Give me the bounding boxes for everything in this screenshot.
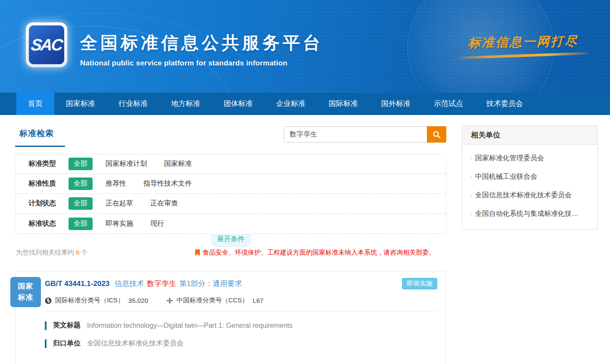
field-value: 全国信息技术标准化技术委员会 <box>87 339 184 348</box>
nav-item-technical-committee[interactable]: 技术委员会 <box>475 93 535 115</box>
bookmark-icon <box>195 249 200 256</box>
expand-conditions-button[interactable]: 展开条件 <box>211 233 251 247</box>
related-unit-label: 国家标准化管理委员会 <box>475 154 544 162</box>
related-unit-label: 全国自动化系统与集成标准化技… <box>475 210 579 217</box>
nav-item-industry-standards[interactable]: 行业标准 <box>107 93 159 115</box>
nav-item-enterprise-standards[interactable]: 企业标准 <box>265 93 317 115</box>
ccs-value: L67 <box>253 297 264 304</box>
search-input[interactable] <box>284 126 427 143</box>
result-count: 为您找到相关结果约6个 <box>16 249 87 257</box>
filter-row-standard-nature: 标准性质 全部 推荐性 指导性技术文件 <box>16 174 446 194</box>
field-bar <box>45 321 47 330</box>
related-units-title: 相关单位 <box>462 126 598 145</box>
slogan-block: 标准信息一网打尽 <box>458 34 588 57</box>
english-title-row: 英文标题 Information technology—Digital twin… <box>45 321 437 330</box>
notice-text: 食品安全、环境保护、工程建设方面的国家标准未纳入本系统，请咨询相关部委。 <box>202 249 435 257</box>
sac-logo-text: SAC <box>30 36 63 54</box>
result-summary-row: 为您找到相关结果约6个 食品安全、环境保护、工程建设方面的国家标准未纳入本系统，… <box>16 249 445 257</box>
filter-option[interactable]: 推荐性 <box>106 179 126 188</box>
search-button[interactable] <box>427 126 446 143</box>
badge-line2: 标准 <box>18 292 34 303</box>
ccs-label: 中国标准分类号（CCS） <box>177 296 249 305</box>
filter-row-standard-type: 标准类型 全部 国家标准计划 国家标准 <box>16 154 446 174</box>
site-subtitle: National public service platform for sta… <box>80 59 323 68</box>
filter-option[interactable]: 现行 <box>150 219 164 228</box>
field-label: 归口单位 <box>53 339 81 348</box>
nav-item-group-standards[interactable]: 团体标准 <box>212 93 265 115</box>
related-units-panel: 相关单位 ·国家标准化管理委员会 ·中国机械工业联合会 ·全国信息技术标准化技术… <box>462 125 598 230</box>
status-badge: 即将实施 <box>402 278 437 289</box>
content-area: 标准检索 标准类型 全部 国家标准计划 国家标准 标准性质 全部 推荐性 <box>0 115 610 364</box>
main-column: 标准检索 标准类型 全部 国家标准计划 国家标准 标准性质 全部 推荐性 <box>15 125 446 364</box>
field-value: Information technology—Digital twin—Part… <box>87 322 293 330</box>
sac-logo[interactable]: SAC <box>26 22 67 67</box>
system-notice: 食品安全、环境保护、工程建设方面的国家标准未纳入本系统，请咨询相关部委。 <box>195 249 435 257</box>
bullet-dot: · <box>470 155 472 162</box>
nav-item-foreign-standards[interactable]: 国外标准 <box>370 93 422 115</box>
related-units-list: ·国家标准化管理委员会 ·中国机械工业联合会 ·全国信息技术标准化技术委员会 ·… <box>462 145 598 229</box>
filter-option[interactable]: 正在审查 <box>150 199 178 208</box>
site-title: 全国标准信息公共服务平台 <box>80 31 323 55</box>
filter-box: 标准类型 全部 国家标准计划 国家标准 标准性质 全部 推荐性 指导性技术文件 … <box>15 154 446 234</box>
filter-label: 标准状态 <box>28 219 68 228</box>
main-nav: 首页 国家标准 行业标准 地方标准 团体标准 企业标准 国际标准 国外标准 示范… <box>0 93 610 115</box>
header-banner: SAC 全国标准信息公共服务平台 National public service… <box>0 0 610 93</box>
card-title-row: GB/T 43441.1-2023 信息技术 数字孪生 第1部分：通用要求 即将… <box>45 278 437 289</box>
bullet-dot: · <box>470 173 472 180</box>
nav-item-national-standards[interactable]: 国家标准 <box>54 93 107 115</box>
related-unit-label: 全国信息技术标准化技术委员会 <box>475 191 572 199</box>
slogan-text: 标准信息一网打尽 <box>458 32 588 52</box>
magnifier-icon <box>433 131 441 139</box>
sidebar: 相关单位 ·国家标准化管理委员会 ·中国机械工业联合会 ·全国信息技术标准化技术… <box>462 125 598 364</box>
field-label: 英文标题 <box>53 321 81 330</box>
filter-all-button[interactable]: 全部 <box>68 218 93 230</box>
standard-result-card: 国家 标准 GB/T 43441.1-2023 信息技术 数字孪生 第1部分：通… <box>15 271 446 364</box>
compass-icon <box>166 297 173 304</box>
bullet-dot: · <box>470 192 472 199</box>
result-count-suffix: 个 <box>81 249 87 256</box>
badge-line1: 国家 <box>18 281 34 292</box>
filter-label: 标准性质 <box>28 179 68 188</box>
filter-label: 计划状态 <box>28 199 68 208</box>
filter-option[interactable]: 国家标准计划 <box>106 159 147 168</box>
search-box <box>284 126 446 143</box>
related-unit-link[interactable]: ·国家标准化管理委员会 <box>462 149 598 168</box>
related-unit-link[interactable]: ·全国自动化系统与集成标准化技… <box>462 205 598 223</box>
filter-label: 标准类型 <box>28 159 68 168</box>
related-unit-link[interactable]: ·全国信息技术标准化技术委员会 <box>462 186 598 205</box>
globe-icon <box>45 297 52 304</box>
standard-title-part[interactable]: 第1部分：通用要求 <box>179 279 242 289</box>
filter-all-button[interactable]: 全部 <box>68 177 93 190</box>
ics-value: 35.020 <box>128 297 148 304</box>
nav-item-home[interactable]: 首页 <box>16 93 54 115</box>
ics-label: 国际标准分类号（ICS） <box>55 296 124 305</box>
standard-code-link[interactable]: GB/T 43441.1-2023 <box>45 280 109 288</box>
sac-logo-inner: SAC <box>29 25 64 64</box>
committee-row: 归口单位 全国信息技术标准化技术委员会 <box>45 339 437 348</box>
card-meta-row: 国际标准分类号（ICS） 35.020 中国标准分类号（CCS） L67 <box>45 296 437 305</box>
filter-option[interactable]: 即将实施 <box>106 219 133 228</box>
filter-row-standard-status: 标准状态 全部 即将实施 现行 <box>16 214 446 233</box>
search-row: 标准检索 <box>15 125 446 147</box>
nav-item-local-standards[interactable]: 地方标准 <box>159 93 212 115</box>
filter-option[interactable]: 正在起草 <box>106 199 133 208</box>
card-body: GB/T 43441.1-2023 信息技术 数字孪生 第1部分：通用要求 即将… <box>16 271 446 357</box>
page-title: 标准检索 <box>15 125 65 147</box>
filter-all-button[interactable]: 全部 <box>68 197 93 210</box>
bullet-dot: · <box>470 210 472 217</box>
related-unit-link[interactable]: ·中国机械工业联合会 <box>462 168 598 186</box>
field-bar <box>45 339 47 348</box>
standard-title-part[interactable]: 信息技术 <box>115 279 144 289</box>
filter-option[interactable]: 国家标准 <box>164 159 192 168</box>
card-divider <box>45 311 437 312</box>
national-standard-badge: 国家 标准 <box>10 277 41 307</box>
nav-item-pilot[interactable]: 示范试点 <box>422 93 475 115</box>
related-unit-label: 中国机械工业联合会 <box>475 173 537 180</box>
result-count-prefix: 为您找到相关结果约 <box>16 249 74 256</box>
standard-title-highlight[interactable]: 数字孪生 <box>147 279 176 289</box>
result-count-number: 6 <box>76 249 79 256</box>
filter-option[interactable]: 指导性技术文件 <box>143 179 192 188</box>
nav-item-international-standards[interactable]: 国际标准 <box>317 93 370 115</box>
filter-all-button[interactable]: 全部 <box>68 158 93 170</box>
site-title-block: 全国标准信息公共服务平台 National public service pla… <box>80 31 323 68</box>
